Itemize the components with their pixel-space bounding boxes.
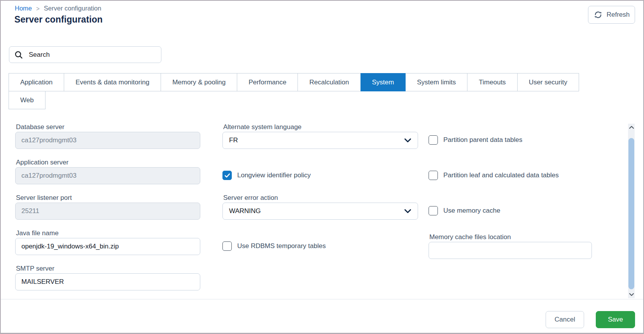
form-column-middle: Alternate system language FR Longview id… <box>222 121 418 296</box>
checkbox-partition-leaf-and-calculated-data-tables[interactable]: Partition leaf and calculated data table… <box>429 171 559 180</box>
checkbox-label: Longview identifier policy <box>237 171 311 179</box>
checkbox[interactable] <box>429 135 438 145</box>
field-server-listener-port: Server listener port <box>15 191 200 220</box>
smtp-server-input[interactable] <box>15 273 200 290</box>
java-file-name-label: Java file name <box>16 227 200 235</box>
cancel-button[interactable]: Cancel <box>546 311 584 328</box>
scrollbar-thumb[interactable] <box>628 138 634 289</box>
memory-cache-files-location-input[interactable] <box>429 242 592 259</box>
tab-events-data-monitoring[interactable]: Events & data monitoring <box>64 73 161 91</box>
server-listener-port-input <box>15 203 200 220</box>
field-memory-cache-files-location: Memory cache files location <box>429 231 592 259</box>
tab-memory-pooling[interactable]: Memory & pooling <box>161 73 237 91</box>
checkbox-longview-identifier-policy[interactable]: Longview identifier policy <box>222 171 311 180</box>
server-configuration-page: Home > Server configuration Server confi… <box>0 0 644 334</box>
server-listener-port-label: Server listener port <box>16 191 200 199</box>
tab-system[interactable]: System <box>360 73 406 91</box>
database-server-input <box>15 132 200 149</box>
database-server-label: Database server <box>16 121 200 129</box>
refresh-button[interactable]: Refresh <box>588 6 635 24</box>
breadcrumb-separator-icon: > <box>36 5 40 12</box>
form-column-left: Database server Application server Serve… <box>15 121 200 296</box>
tab-timeouts[interactable]: Timeouts <box>467 73 517 91</box>
alternate-system-language-label: Alternate system language <box>223 121 418 129</box>
checkbox-partition-parent-data-tables[interactable]: Partition parent data tables <box>429 135 522 145</box>
tab-recalculation[interactable]: Recalculation <box>298 73 360 91</box>
field-server-error-action: Server error action WARNING <box>222 191 418 220</box>
vertical-scrollbar[interactable] <box>628 124 635 298</box>
tab-row-1: Application Events & data monitoring Mem… <box>9 73 579 91</box>
field-smtp-server: SMTP server <box>15 262 200 290</box>
refresh-button-label: Refresh <box>607 11 630 19</box>
breadcrumb-home-link[interactable]: Home <box>15 5 32 12</box>
checkbox-label: Partition parent data tables <box>443 136 522 144</box>
save-button[interactable]: Save <box>596 311 635 328</box>
server-error-action-select[interactable]: WARNING <box>222 203 418 220</box>
chevron-down-icon <box>404 138 411 143</box>
select-value: WARNING <box>229 207 261 215</box>
tab-row-2: Web <box>9 91 579 109</box>
select-value: FR <box>229 136 238 144</box>
breadcrumb: Home > Server configuration <box>15 5 101 12</box>
check-icon <box>224 173 230 178</box>
field-alternate-system-language: Alternate system language FR <box>222 121 418 149</box>
chevron-down-icon <box>404 209 411 213</box>
tab-user-security[interactable]: User security <box>517 73 579 91</box>
form-column-right: Partition parent data tables Partition l… <box>429 121 592 296</box>
refresh-icon <box>593 10 603 19</box>
alternate-system-language-select[interactable]: FR <box>222 132 418 149</box>
checkbox-label: Partition leaf and calculated data table… <box>443 171 559 179</box>
checkbox-use-rdbms-temporary-tables[interactable]: Use RDBMS temporary tables <box>222 241 326 251</box>
checkbox-label: Use memory cache <box>443 207 500 215</box>
field-database-server: Database server <box>15 121 200 149</box>
checkbox[interactable] <box>429 206 438 215</box>
application-server-input <box>15 167 200 184</box>
java-file-name-input[interactable] <box>15 238 200 255</box>
tab-application[interactable]: Application <box>9 73 64 91</box>
tab-bar: Application Events & data monitoring Mem… <box>9 73 579 109</box>
search-icon <box>14 50 23 59</box>
field-java-file-name: Java file name <box>15 227 200 255</box>
server-error-action-label: Server error action <box>223 191 418 199</box>
search-input[interactable] <box>28 47 156 63</box>
checkbox[interactable] <box>429 171 438 180</box>
scroll-up-icon[interactable] <box>629 126 634 129</box>
tab-system-limits[interactable]: System limits <box>405 73 467 91</box>
scroll-down-icon[interactable] <box>629 293 634 296</box>
field-application-server: Application server <box>15 156 200 184</box>
breadcrumb-current: Server configuration <box>44 5 102 12</box>
memory-cache-files-location-label: Memory cache files location <box>429 231 592 239</box>
checkbox[interactable] <box>222 171 232 180</box>
application-server-label: Application server <box>16 156 200 164</box>
footer-bar: Cancel Save <box>1 299 643 333</box>
smtp-server-label: SMTP server <box>16 262 200 270</box>
checkbox-label: Use RDBMS temporary tables <box>237 242 326 250</box>
search-bar <box>9 46 161 63</box>
tab-performance[interactable]: Performance <box>237 73 298 91</box>
checkbox-use-memory-cache[interactable]: Use memory cache <box>429 206 500 215</box>
form-area: Database server Application server Serve… <box>1 121 643 296</box>
page-title: Server configuration <box>14 14 103 25</box>
checkbox[interactable] <box>222 241 232 251</box>
tab-web[interactable]: Web <box>9 91 46 109</box>
